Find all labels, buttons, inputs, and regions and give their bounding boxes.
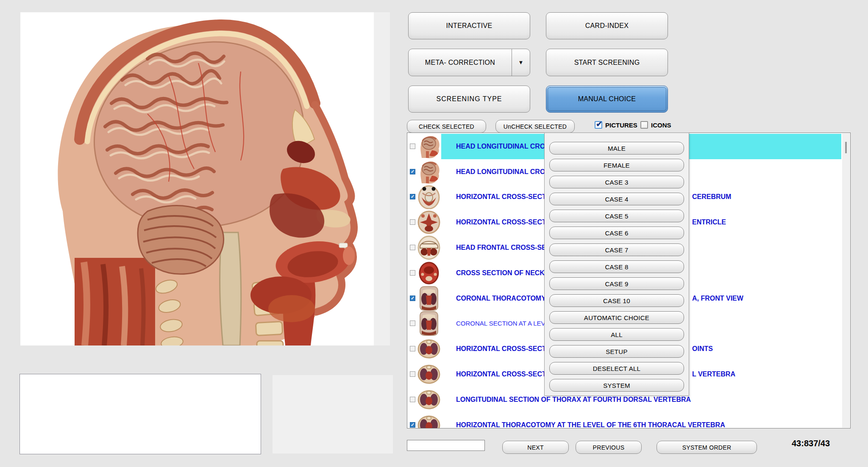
- popup-button[interactable]: FEMALE: [549, 159, 684, 171]
- manual-choice-button[interactable]: MANUAL CHOICE: [546, 86, 668, 113]
- popup-button[interactable]: CASE 10: [549, 294, 684, 307]
- popup-button[interactable]: AUTOMATIC CHOICE: [549, 311, 684, 324]
- row-checkbox[interactable]: [410, 169, 415, 174]
- popup-menu: MALE FEMALE CASE 3 CASE 4 CASE 5 CASE 6 …: [544, 133, 689, 396]
- head-sagittal-section-image: [20, 12, 374, 345]
- meta-correction-label: META- CORRECTION: [409, 59, 512, 66]
- row-label: HORIZONTAL CROSS-SECTI: [456, 193, 544, 201]
- pictures-option[interactable]: PICTURES: [595, 121, 637, 129]
- list-scrollbar[interactable]: [842, 133, 850, 428]
- row-thumbnail[interactable]: [417, 261, 440, 285]
- preview-panel: [273, 375, 393, 453]
- row-checkbox[interactable]: [410, 371, 415, 377]
- icons-label: ICONS: [651, 122, 671, 129]
- row-label: HORIZONTAL CROSS-SECTI: [456, 345, 544, 353]
- uncheck-selected-button[interactable]: UnCHECK SELECTED: [495, 120, 575, 133]
- row-checkbox[interactable]: [410, 219, 415, 225]
- row-label: CROSS SECTION OF NECK: [456, 269, 544, 277]
- popup-button[interactable]: SETUP: [549, 345, 684, 358]
- row-checkbox[interactable]: [410, 321, 415, 326]
- row-thumbnail[interactable]: [417, 185, 440, 209]
- row-label: CORONAL THORACOTOMY A: [456, 294, 544, 302]
- row-checkbox[interactable]: [410, 245, 415, 250]
- pictures-checkbox[interactable]: [595, 121, 602, 129]
- meta-correction-button[interactable]: META- CORRECTION ▼: [408, 49, 530, 76]
- previous-button[interactable]: PREVIOUS: [576, 441, 642, 454]
- record-counter: 43:837/43: [792, 439, 830, 448]
- row-checkbox[interactable]: [410, 397, 415, 402]
- popup-button[interactable]: CASE 6: [549, 227, 684, 239]
- row-checkbox[interactable]: [410, 422, 415, 428]
- icons-option[interactable]: ICONS: [640, 121, 671, 129]
- popup-button[interactable]: MALE: [549, 142, 684, 155]
- screening-type-button[interactable]: SCREENING TYPE: [408, 86, 530, 113]
- row-thumbnail[interactable]: [417, 160, 440, 184]
- row-label-continued: OINTS: [692, 345, 713, 353]
- interactive-button[interactable]: INTERACTIVE: [408, 12, 530, 39]
- row-thumbnail[interactable]: [417, 311, 440, 336]
- row-thumbnail[interactable]: [417, 134, 440, 159]
- row-label: HORIZONTAL CROSS-SECTI: [456, 370, 544, 378]
- row-thumbnail[interactable]: [417, 362, 440, 387]
- row-label: HEAD LONGITUDINAL CROS: [456, 168, 544, 175]
- scrollbar-thumb[interactable]: [845, 142, 847, 153]
- popup-button[interactable]: CASE 5: [549, 210, 684, 222]
- popup-button[interactable]: DESELECT ALL: [549, 362, 684, 375]
- row-label: LONGITUDINAL SECTION OF THORAX AT FOURTH…: [456, 395, 691, 403]
- popup-button[interactable]: CASE 8: [549, 260, 684, 273]
- popup-button[interactable]: CASE 7: [549, 243, 684, 256]
- row-label-continued: A, FRONT VIEW: [692, 294, 743, 302]
- start-screening-button[interactable]: START SCREENING: [546, 49, 668, 76]
- row-label: HEAD LONGITUDINAL CROS: [456, 143, 544, 150]
- row-checkbox[interactable]: [410, 270, 415, 276]
- popup-button[interactable]: CASE 3: [549, 176, 684, 188]
- pictures-label: PICTURES: [605, 122, 637, 129]
- row-label: CORONAL SECTION AT A LEVE: [456, 320, 544, 327]
- row-thumbnail[interactable]: [417, 235, 440, 260]
- icons-checkbox[interactable]: [640, 121, 648, 129]
- row-label-continued: ENTRICLE: [692, 218, 726, 226]
- row-label: HEAD FRONTAL CROSS-SEC: [456, 244, 544, 251]
- chevron-down-icon[interactable]: ▼: [512, 49, 530, 76]
- row-thumbnail[interactable]: [417, 413, 440, 428]
- row-checkbox[interactable]: [410, 296, 415, 301]
- notes-panel: [19, 374, 261, 454]
- row-thumbnail[interactable]: [417, 387, 440, 412]
- anatomy-image-panel: [20, 12, 374, 345]
- row-checkbox[interactable]: [410, 194, 415, 199]
- row-label-continued: L VERTEBRA: [692, 370, 735, 378]
- row-label-continued: CEREBRUM: [692, 193, 731, 201]
- row-thumbnail[interactable]: [417, 210, 440, 235]
- popup-button[interactable]: CASE 9: [549, 277, 684, 290]
- row-label: HORIZONTAL CROSS-SECTI: [456, 218, 544, 226]
- row-checkbox[interactable]: [410, 144, 415, 149]
- card-index-button[interactable]: CARD-INDEX: [546, 12, 668, 39]
- panel-edge-strip: [374, 12, 390, 345]
- row-label: HORIZONTAL THORACOTOMY AT THE LEVEL OF T…: [456, 421, 725, 428]
- list-item[interactable]: HORIZONTAL THORACOTOMY AT THE LEVEL OF T…: [407, 412, 842, 428]
- check-selected-button[interactable]: CHECK SELECTED: [407, 120, 486, 133]
- popup-button[interactable]: SYSTEM: [549, 379, 684, 392]
- popup-button[interactable]: CASE 4: [549, 193, 684, 205]
- row-thumbnail[interactable]: [417, 286, 440, 311]
- row-checkbox[interactable]: [410, 346, 415, 351]
- next-button[interactable]: NEXT: [502, 441, 569, 454]
- page-input[interactable]: [407, 440, 485, 451]
- system-order-button[interactable]: SYSTEM ORDER: [657, 441, 757, 454]
- popup-button[interactable]: ALL: [549, 328, 684, 341]
- row-thumbnail[interactable]: [417, 337, 440, 361]
